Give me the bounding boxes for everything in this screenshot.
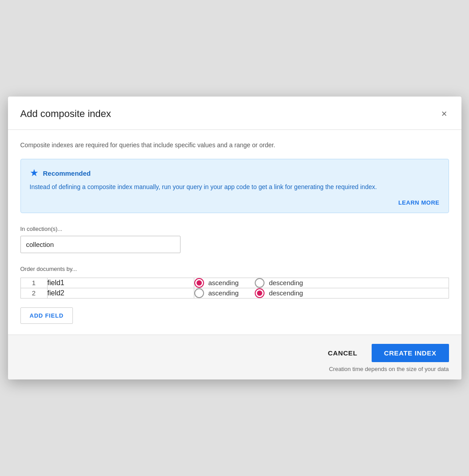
table-row: 2 field2 ascending (20, 288, 449, 298)
descending-radio[interactable] (255, 288, 265, 298)
radio-cell: ascending descending (194, 288, 449, 298)
dialog-body: Composite indexes are required for queri… (8, 130, 461, 335)
ascending-radio[interactable] (194, 288, 204, 298)
dialog-footer: CANCEL CREATE INDEX Creation time depend… (8, 335, 461, 379)
rec-header: ★ Recommended (30, 167, 440, 179)
rec-body: Instead of defining a composite index ma… (30, 182, 440, 192)
radio-group: ascending descending (194, 278, 449, 288)
fields-table: 1 field1 ascending (20, 278, 449, 299)
description-text: Composite indexes are required for queri… (20, 141, 449, 150)
field-name: field1 (47, 278, 194, 288)
cancel-button[interactable]: CANCEL (317, 344, 368, 362)
radio-group: ascending descending (194, 288, 449, 298)
footer-note: Creation time depends on the size of you… (20, 366, 449, 372)
descending-label: descending (269, 279, 303, 286)
descending-label: descending (269, 289, 303, 297)
order-section: Order documents by... 1 field1 ascend (20, 266, 449, 335)
create-index-button[interactable]: CREATE INDEX (372, 344, 449, 362)
descending-radio[interactable] (255, 278, 265, 288)
row-number: 1 (20, 278, 47, 288)
learn-more-row: LEARN MORE (30, 198, 440, 206)
row-number: 2 (20, 288, 47, 298)
ascending-option[interactable]: ascending (194, 278, 239, 288)
descending-option[interactable]: descending (255, 278, 303, 288)
dialog-header: Add composite index × (8, 97, 461, 130)
ascending-radio[interactable] (194, 278, 204, 288)
learn-more-link[interactable]: LEARN MORE (398, 199, 440, 206)
field-name: field2 (47, 288, 194, 298)
dialog: Add composite index × Composite indexes … (8, 97, 461, 379)
collection-input[interactable] (20, 236, 180, 253)
ascending-label: ascending (208, 289, 239, 297)
order-label: Order documents by... (20, 266, 449, 272)
dialog-title: Add composite index (20, 108, 111, 120)
footer-actions: CANCEL CREATE INDEX (20, 344, 449, 362)
collection-section: In collection(s)... (20, 226, 449, 266)
radio-cell: ascending descending (194, 278, 449, 288)
add-field-button[interactable]: ADD FIELD (20, 307, 73, 324)
ascending-option[interactable]: ascending (194, 288, 239, 298)
star-icon: ★ (30, 167, 39, 179)
recommendation-box: ★ Recommended Instead of defining a comp… (20, 159, 449, 213)
collection-label: In collection(s)... (20, 226, 449, 232)
close-button[interactable]: × (440, 107, 449, 121)
descending-option[interactable]: descending (255, 288, 303, 298)
rec-title: Recommended (43, 169, 91, 177)
table-row: 1 field1 ascending (20, 278, 449, 288)
ascending-label: ascending (208, 279, 239, 286)
